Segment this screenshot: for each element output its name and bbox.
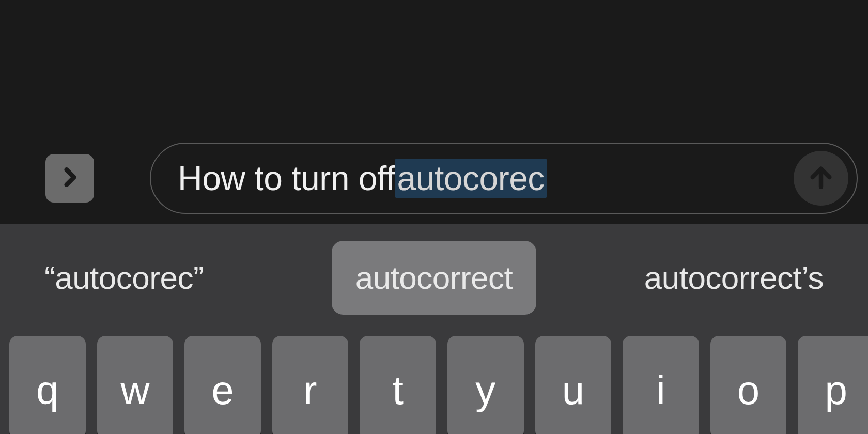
autocorrect-highlight: autocorec [395, 159, 547, 198]
arrow-up-icon [807, 163, 835, 194]
key-q[interactable]: q [9, 336, 86, 434]
key-i[interactable]: i [623, 336, 699, 434]
search-input-text: How to turn off autocorec [178, 159, 547, 198]
key-t[interactable]: t [360, 336, 436, 434]
send-button[interactable] [794, 151, 848, 206]
key-u[interactable]: u [535, 336, 612, 434]
typed-text: How to turn off [178, 159, 395, 198]
app-upper-region: How to turn off autocorec [0, 0, 868, 224]
search-input[interactable]: How to turn off autocorec [150, 143, 858, 214]
input-row: How to turn off autocorec [0, 143, 868, 214]
key-w[interactable]: w [97, 336, 174, 434]
quicktype-suggestion-bar: “autocorec” autocorrect autocorrect’s [0, 224, 868, 331]
keyboard-row-1: q w e r t y u i o p [0, 336, 868, 434]
key-e[interactable]: e [184, 336, 261, 434]
keyboard-region: “autocorec” autocorrect autocorrect’s q … [0, 224, 868, 434]
chevron-right-icon [57, 164, 83, 192]
key-o[interactable]: o [710, 336, 787, 434]
suggestion-literal[interactable]: “autocorec” [21, 241, 258, 315]
suggestion-secondary[interactable]: autocorrect’s [610, 241, 847, 315]
expand-button[interactable] [45, 154, 94, 203]
key-r[interactable]: r [272, 336, 349, 434]
key-y[interactable]: y [447, 336, 524, 434]
suggestion-primary[interactable]: autocorrect [332, 241, 537, 315]
key-p[interactable]: p [798, 336, 868, 434]
